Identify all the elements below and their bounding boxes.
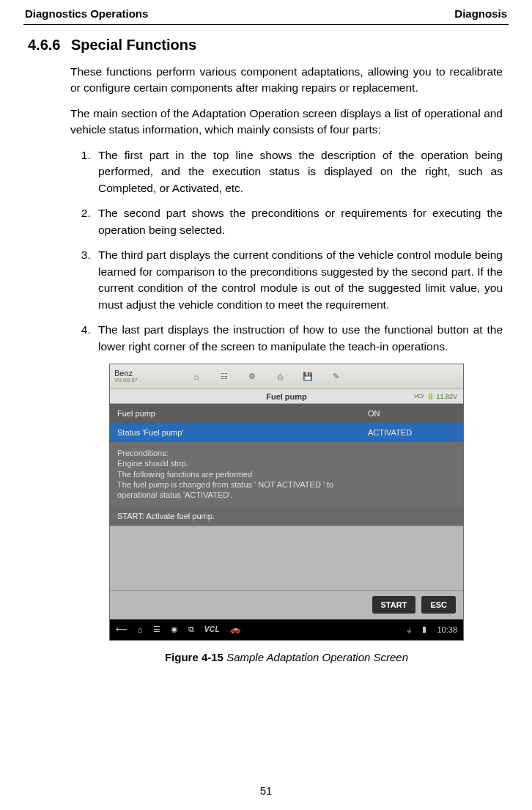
adaptation-screenshot: Benz V0.90.57 ⌂ ☷ ⚙ ⎙ 💾 ✎ Fuel pump VCI … [109,364,464,640]
screenshot-icon[interactable]: ⧉ [188,625,194,634]
row-status[interactable]: Status 'Fuel pump' ACTIVATED [110,423,463,442]
android-statusbar: ⟵ ⌂ ☰ ◉ ⧉ VCL 🚗 ⏚ ▮ 10:38 [110,619,463,640]
paragraph-intro: These functions perform various componen… [70,64,503,97]
preconditions-text: Preconditions: Engine should stop. The f… [117,448,368,500]
section-title: Special Functions [71,37,196,53]
figure-caption: Figure 4-15 Sample Adaptation Operation … [70,651,503,663]
brand-version: V0.90.57 [114,378,157,383]
figure-label: Figure 4-15 [165,651,223,663]
start-button[interactable]: START [372,596,416,614]
recent-icon[interactable]: ☰ [153,625,160,634]
save-icon[interactable]: 💾 [300,369,315,384]
camera-icon[interactable]: ◉ [171,625,178,634]
screen-titlebar: Fuel pump VCI 🔋 11.82V [110,389,463,404]
parts-list: The first part in the top line shows the… [88,147,503,355]
clock: 10:38 [437,625,457,634]
gear-icon[interactable]: ⚙ [245,369,259,384]
page-number: 51 [0,784,532,797]
wifi-icon: ⏚ [407,625,412,634]
battery-value: 11.82V [436,393,457,400]
battery-indicator: 🔋 11.82V [426,393,457,400]
home-nav-icon[interactable]: ⌂ [138,625,143,634]
row-value-empty [368,448,456,500]
vci-badge: VCI [414,393,424,400]
row-fuel-pump: Fuel pump ON [110,404,463,423]
paragraph-overview: The main section of the Adaptation Opera… [70,106,503,139]
car-icon[interactable]: 🚗 [230,625,240,634]
figure-text: Sample Adaptation Operation Screen [226,651,408,663]
button-bar: START ESC [110,590,463,619]
screen-title: Fuel pump [266,392,307,401]
vcl-label: VCL [204,625,221,633]
row-instruction: START: Activate fuel pump. [110,507,463,526]
header-right: Diagnosis [454,7,507,20]
section-heading: 4.6.6 Special Functions [28,37,509,54]
row-value: ON [368,409,456,418]
instruction-text: START: Activate fuel pump. [117,512,368,520]
row-value: ACTIVATED [368,428,456,437]
tree-icon[interactable]: ☷ [217,369,232,384]
row-label: Status 'Fuel pump' [117,428,368,437]
back-icon[interactable]: ⟵ [116,625,128,634]
esc-button[interactable]: ESC [421,596,456,614]
list-item: The first part in the top line shows the… [94,147,503,196]
brand-block: Benz V0.90.57 [114,369,157,384]
home-icon[interactable]: ⌂ [189,369,204,384]
list-item: The second part shows the preconditions … [94,205,503,238]
row-preconditions: Preconditions: Engine should stop. The f… [110,442,463,506]
app-topbar: Benz V0.90.57 ⌂ ☷ ⚙ ⎙ 💾 ✎ [110,364,463,389]
section-number: 4.6.6 [28,37,60,53]
body-content: These functions perform various componen… [70,64,503,663]
edit-icon[interactable]: ✎ [328,369,343,384]
header-left: Diagnostics Operations [25,7,148,20]
print-icon[interactable]: ⎙ [273,369,287,384]
list-item: The last part displays the instruction o… [94,322,503,355]
battery-icon: ▮ [422,625,426,634]
row-label: Fuel pump [117,409,368,418]
toolbar-icons: ⌂ ☷ ⚙ ⎙ 💾 ✎ [189,369,343,384]
row-value-empty [368,512,456,520]
blank-area [110,526,463,590]
list-item: The third part displays the current cond… [94,247,503,313]
page-header: Diagnostics Operations Diagnosis [23,7,509,25]
